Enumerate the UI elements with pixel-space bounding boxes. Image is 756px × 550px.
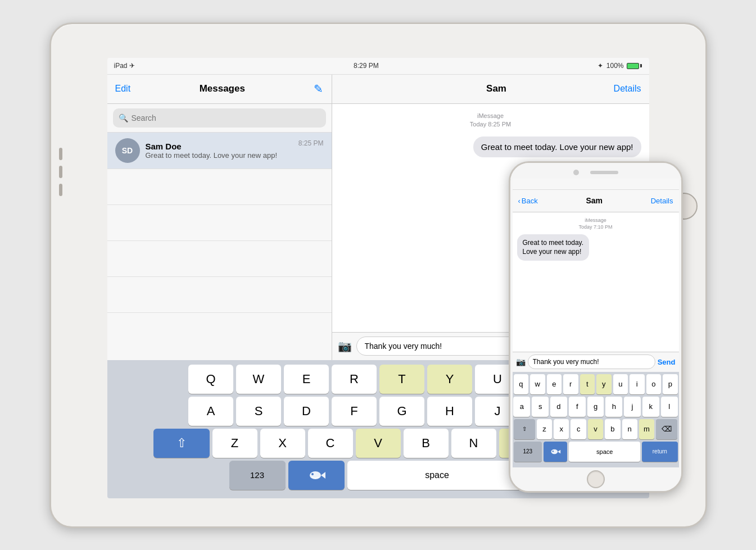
key-y[interactable]: Y	[427, 365, 472, 394]
iphone-nav-title: Sam	[586, 196, 603, 205]
iphone-key-j[interactable]: j	[624, 397, 641, 417]
volume-down-button[interactable]	[59, 184, 62, 196]
ipad-status-bar: iPad ✈ 8:29 PM ✦ 100%	[107, 58, 649, 75]
iphone-imessage-label: iMessageToday 7:10 PM	[517, 217, 674, 231]
iphone-key-v[interactable]: v	[588, 419, 603, 439]
iphone-key-f[interactable]: f	[569, 397, 586, 417]
emoji-key[interactable]	[288, 461, 345, 490]
iphone-send-button[interactable]: Send	[658, 358, 676, 366]
messages-list-panel: Edit Messages ✎ 🔍 SD Sam Doe Great to me…	[107, 75, 332, 360]
iphone-details-button[interactable]: Details	[651, 197, 673, 205]
key-w[interactable]: W	[236, 365, 281, 394]
key-d[interactable]: D	[284, 397, 329, 426]
conversation-item[interactable]: SD Sam Doe Great to meet today. Love you…	[107, 133, 332, 169]
iphone-top-bar	[510, 163, 681, 179]
key-a[interactable]: A	[188, 397, 233, 426]
iphone-bottom-bar	[510, 467, 681, 491]
empty-row-3	[107, 241, 332, 277]
iphone-key-h[interactable]: h	[605, 397, 622, 417]
volume-up-button[interactable]	[59, 166, 62, 178]
iphone-key-p[interactable]: p	[663, 374, 678, 394]
iphone-key-a[interactable]: a	[513, 397, 530, 417]
status-right: ✦ 100%	[597, 62, 642, 70]
back-chevron-icon: ‹	[518, 197, 520, 205]
iphone-chat-area: iMessageToday 7:10 PM Great to meet toda…	[513, 212, 679, 352]
iphone-key-g[interactable]: g	[587, 397, 604, 417]
iphone-num-key[interactable]: 123	[514, 442, 542, 462]
key-v[interactable]: V	[356, 429, 401, 458]
ipad-shell: iPad ✈ 8:29 PM ✦ 100% Edit Messages ✎	[49, 22, 707, 528]
emoji-fish-icon	[306, 465, 327, 485]
key-r[interactable]: R	[332, 365, 377, 394]
key-q[interactable]: Q	[188, 365, 233, 394]
back-button[interactable]: ‹ Back	[518, 197, 538, 205]
iphone-key-c[interactable]: c	[571, 419, 586, 439]
iphone-key-k[interactable]: k	[642, 397, 659, 417]
status-left: iPad ✈	[114, 62, 135, 70]
iphone-key-q[interactable]: q	[514, 374, 529, 394]
iphone-key-n[interactable]: n	[622, 419, 637, 439]
compose-icon[interactable]: ✎	[314, 82, 323, 96]
svg-marker-1	[321, 472, 325, 479]
iphone-key-e[interactable]: e	[547, 374, 562, 394]
iphone-key-s[interactable]: s	[532, 397, 549, 417]
ipad-label: iPad ✈	[114, 62, 135, 70]
iphone-key-y[interactable]: y	[596, 374, 612, 394]
iphone-shell: ‹ Back Sam Details iMessageToday 7:10 PM…	[509, 161, 683, 493]
message-time: 8:25 PM	[298, 139, 324, 147]
mute-button[interactable]	[59, 148, 62, 160]
key-e[interactable]: E	[284, 365, 329, 394]
search-bar[interactable]: 🔍	[113, 108, 326, 128]
num-key[interactable]: 123	[229, 461, 286, 490]
iphone-keyboard-row-2: a s d f g h j k l	[514, 397, 678, 417]
iphone-key-t[interactable]: t	[580, 374, 595, 394]
iphone-return-key[interactable]: return	[642, 442, 677, 462]
iphone-screen: ‹ Back Sam Details iMessageToday 7:10 PM…	[513, 179, 679, 467]
iphone-key-l[interactable]: l	[661, 397, 678, 417]
key-c[interactable]: C	[308, 429, 353, 458]
iphone-space-key[interactable]: space	[569, 442, 640, 462]
edit-button[interactable]: Edit	[115, 84, 131, 94]
details-button[interactable]: Details	[614, 84, 641, 94]
key-f[interactable]: F	[332, 397, 377, 426]
iphone-key-r[interactable]: r	[563, 374, 578, 394]
key-x[interactable]: X	[260, 429, 305, 458]
iphone-key-b[interactable]: b	[605, 419, 620, 439]
space-key[interactable]: space	[347, 461, 527, 490]
iphone-shift-key[interactable]: ⇧	[514, 419, 535, 439]
iphone-key-i[interactable]: i	[630, 374, 645, 394]
messages-header: Edit Messages ✎	[107, 75, 332, 104]
iphone-camera-icon[interactable]: 📷	[516, 357, 526, 366]
empty-row-4	[107, 277, 332, 313]
key-h[interactable]: H	[427, 397, 472, 426]
key-g[interactable]: G	[379, 397, 424, 426]
iphone-delete-key[interactable]: ⌫	[656, 419, 677, 439]
iphone-key-x[interactable]: x	[554, 419, 569, 439]
key-s[interactable]: S	[236, 397, 281, 426]
iphone-status-bar	[513, 179, 679, 190]
iphone-key-w[interactable]: w	[530, 374, 545, 394]
iphone-key-u[interactable]: u	[613, 374, 628, 394]
battery-percent: 100%	[606, 62, 624, 70]
iphone-home-button[interactable]	[587, 470, 605, 488]
iphone-keyboard-row-3: ⇧ z x c v b n m ⌫	[514, 419, 678, 439]
camera-icon[interactable]: 📷	[338, 339, 352, 353]
shift-key[interactable]: ⇧	[153, 429, 210, 458]
search-input[interactable]	[132, 113, 320, 122]
iphone-key-o[interactable]: o	[646, 374, 662, 394]
imessage-label: iMessageToday 8:25 PM	[470, 112, 511, 129]
key-b[interactable]: B	[404, 429, 449, 458]
iphone-message-input[interactable]	[528, 354, 655, 369]
iphone-key-m[interactable]: m	[639, 419, 654, 439]
iphone-emoji-key[interactable]	[544, 442, 567, 462]
iphone-key-z[interactable]: z	[537, 419, 552, 439]
iphone-nav-bar: ‹ Back Sam Details	[513, 190, 679, 212]
key-n[interactable]: N	[451, 429, 496, 458]
contact-name: Sam Doe	[146, 142, 295, 151]
iphone-keyboard-row-1: q w e r t y u i o p	[514, 374, 678, 394]
key-t[interactable]: T	[379, 365, 424, 394]
iphone-key-d[interactable]: d	[550, 397, 567, 417]
conversation-info: Sam Doe Great to meet today. Love your n…	[146, 142, 295, 160]
message-preview: Great to meet today. Love your new app!	[146, 151, 295, 160]
key-z[interactable]: Z	[212, 429, 257, 458]
